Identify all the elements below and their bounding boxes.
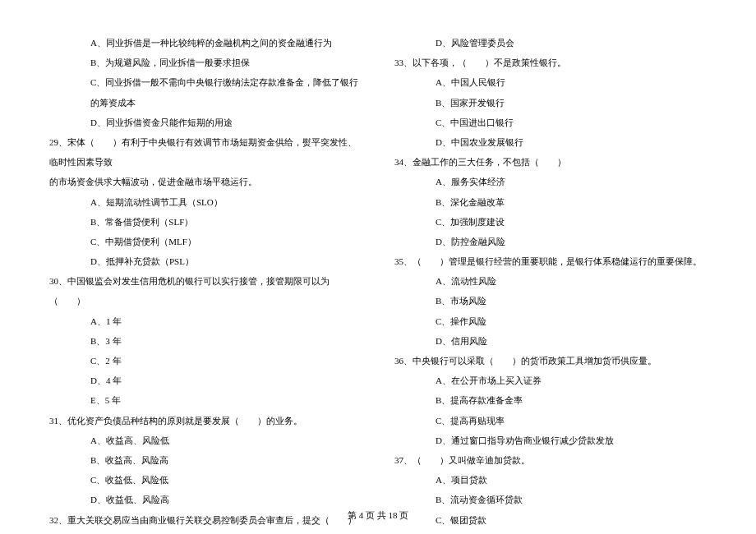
option-text: B、市场风险 bbox=[394, 291, 707, 311]
option-text: D、风险管理委员会 bbox=[394, 33, 707, 53]
option-text: A、项目贷款 bbox=[394, 470, 707, 490]
option-text: B、为规避风险，同业拆借一般要求担保 bbox=[49, 53, 362, 72]
option-text: C、收益低、风险低 bbox=[49, 470, 362, 490]
option-text: B、流动资金循环贷款 bbox=[394, 490, 707, 509]
option-text: C、中期借贷便利（MLF） bbox=[49, 232, 362, 251]
option-text: A、中国人民银行 bbox=[394, 72, 707, 92]
option-text: B、提高存款准备金率 bbox=[394, 390, 707, 410]
option-text: B、常备借贷便利（SLF） bbox=[49, 212, 362, 232]
option-text: C、中国进出口银行 bbox=[394, 113, 707, 132]
option-text: B、国家开发银行 bbox=[394, 93, 707, 113]
option-text: C、提高再贴现率 bbox=[394, 411, 707, 430]
question-34: 34、金融工作的三大任务，不包括（ ） bbox=[394, 152, 707, 172]
option-text: E、5 年 bbox=[49, 390, 362, 410]
option-text: C、加强制度建设 bbox=[394, 212, 707, 232]
question-29: 29、宋体（ ）有利于中央银行有效调节市场短期资金供给，熨平突发性、临时性因素导… bbox=[49, 132, 362, 172]
option-text: D、贸易融资贷款 bbox=[394, 530, 707, 534]
option-text: C、同业拆借一般不需向中央银行缴纳法定存款准备金，降低了银行的筹资成本 bbox=[49, 72, 362, 112]
question-33: 33、以下各项，（ ）不是政策性银行。 bbox=[394, 53, 707, 72]
option-text: D、抵押补充贷款（PSL） bbox=[49, 251, 362, 271]
option-text: D、信用风险 bbox=[394, 331, 707, 351]
question-30: 30、中国银监会对发生信用危机的银行可以实行接管，接管期限可以为（ ） bbox=[49, 271, 362, 311]
question-31: 31、优化资产负债品种结构的原则就是要发展（ ）的业务。 bbox=[49, 411, 362, 430]
question-37: 37、（ ）又叫做辛迪加贷款。 bbox=[394, 450, 707, 470]
option-text: A、收益高、风险低 bbox=[49, 430, 362, 450]
option-text: B、收益高、风险高 bbox=[49, 450, 362, 470]
option-text: D、收益低、风险高 bbox=[49, 490, 362, 509]
option-text: A、1 年 bbox=[49, 311, 362, 331]
left-column: A、同业拆借是一种比较纯粹的金融机构之间的资金融通行为 B、为规避风险，同业拆借… bbox=[49, 33, 362, 534]
option-text: B、深化金融改革 bbox=[394, 192, 707, 212]
option-text: B、3 年 bbox=[49, 331, 362, 351]
option-text: D、防控金融风险 bbox=[394, 232, 707, 251]
option-text: A、在公开市场上买入证券 bbox=[394, 371, 707, 390]
page-footer: 第 4 页 共 18 页 bbox=[0, 509, 756, 522]
option-text: A、短期流动性调节工具（SLO） bbox=[49, 192, 362, 212]
option-text: C、操作风险 bbox=[394, 311, 707, 331]
option-text: A、服务实体经济 bbox=[394, 172, 707, 191]
option-text: A、流动性风险 bbox=[394, 271, 707, 291]
option-text: D、通过窗口指导劝告商业银行减少贷款发放 bbox=[394, 430, 707, 450]
question-29-cont: 的市场资金供求大幅波动，促进金融市场平稳运行。 bbox=[49, 172, 362, 191]
right-column: D、风险管理委员会 33、以下各项，（ ）不是政策性银行。 A、中国人民银行 B… bbox=[394, 33, 707, 534]
question-35: 35、（ ）管理是银行经营的重要职能，是银行体系稳健运行的重要保障。 bbox=[394, 251, 707, 271]
option-text: D、同业拆借资金只能作短期的用途 bbox=[49, 113, 362, 132]
question-36: 36、中央银行可以采取（ ）的货币政策工具增加货币供应量。 bbox=[394, 351, 707, 371]
option-text: D、中国农业发展银行 bbox=[394, 132, 707, 152]
option-text: D、4 年 bbox=[49, 371, 362, 390]
option-text: C、2 年 bbox=[49, 351, 362, 371]
option-text: A、同业拆借是一种比较纯粹的金融机构之间的资金融通行为 bbox=[49, 33, 362, 53]
